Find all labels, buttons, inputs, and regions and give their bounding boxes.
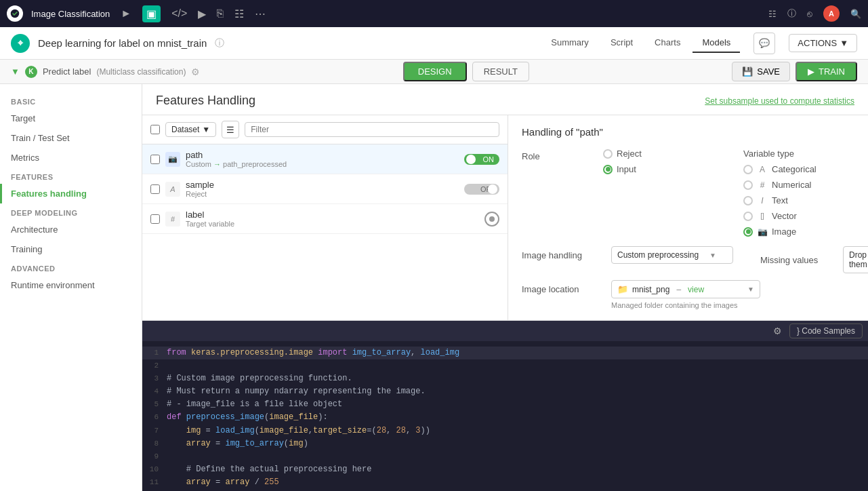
- print-icon[interactable]: ⎘: [217, 7, 224, 20]
- role-radio-group: Reject Input: [603, 149, 642, 174]
- avatar[interactable]: A: [823, 5, 840, 22]
- top-bar-nav: ► ▣ </> ▶ ⎘ ☷ ⋯: [121, 5, 266, 22]
- code-line-6: 6 def preprocess_image(image_file):: [142, 411, 868, 424]
- play-icon: ▶: [808, 66, 814, 77]
- code-samples-label: } Code Samples: [797, 326, 855, 336]
- features-title: Features Handling: [156, 94, 255, 108]
- filter-icon-button[interactable]: ☰: [222, 121, 239, 138]
- play-icon[interactable]: ▶: [198, 7, 206, 20]
- filter-input[interactable]: [245, 122, 499, 137]
- chat-button[interactable]: 💬: [753, 33, 775, 54]
- grid-icon[interactable]: ☷: [234, 7, 244, 20]
- text-icon: I: [757, 196, 768, 205]
- sidebar-item-training[interactable]: Training: [0, 239, 142, 259]
- dataset-label: Dataset: [171, 125, 199, 134]
- save-button[interactable]: 💾 SAVE: [732, 62, 790, 81]
- result-button[interactable]: RESULT: [472, 62, 529, 81]
- line-num-1: 1: [142, 347, 167, 359]
- trending-icon[interactable]: ⎋: [807, 9, 812, 19]
- dataset-dropdown[interactable]: Dataset ▼: [165, 122, 216, 137]
- radio-reject[interactable]: Reject: [603, 149, 642, 159]
- view-link[interactable]: view: [688, 285, 704, 294]
- train-button[interactable]: ▶ TRAIN: [795, 62, 857, 81]
- second-bar: ⌖ Deep learning for label on mnist_train…: [0, 27, 868, 60]
- feature-row-path[interactable]: 📷 path Custom → path_preprocessed ON: [142, 144, 508, 174]
- code-samples-button[interactable]: } Code Samples: [789, 323, 863, 338]
- feature-name-path: path: [186, 150, 459, 160]
- missing-values-dropdown[interactable]: Drop rows (don't predict them ▼: [843, 246, 868, 273]
- help-icon[interactable]: ⓘ: [787, 7, 796, 20]
- feature-row-label[interactable]: # label Target variable: [142, 204, 508, 234]
- missing-values-row: Missing values Drop rows (don't predict …: [760, 246, 868, 273]
- project-logo: ⌖: [11, 34, 30, 53]
- line-num-5: 5: [142, 398, 167, 411]
- sidebar-item-features-handling[interactable]: Features handling: [0, 184, 142, 203]
- feature-toggle-sample[interactable]: OFF: [464, 184, 499, 195]
- location-chevron: ▼: [747, 286, 754, 293]
- vartype-vector[interactable]: [] Vector: [743, 211, 868, 221]
- tab-script[interactable]: Script: [601, 33, 642, 53]
- feature-name-label: label: [186, 210, 479, 220]
- vartype-section: Variable type A Categorical #: [743, 149, 868, 237]
- apps-icon[interactable]: ☷: [768, 9, 777, 19]
- line-num-6: 6: [142, 411, 167, 424]
- app-title: Image Classification: [31, 9, 110, 19]
- line-num-10: 10: [142, 463, 167, 476]
- select-all-checkbox[interactable]: [150, 125, 160, 134]
- sidebar-item-runtime[interactable]: Runtime environment: [0, 275, 142, 295]
- image-location-dropdown[interactable]: 📁 mnist_png – view ▼: [611, 280, 760, 298]
- more-icon[interactable]: ⋯: [255, 7, 266, 20]
- line-num-3: 3: [142, 372, 167, 385]
- home-icon[interactable]: ▣: [142, 5, 161, 22]
- tab-charts[interactable]: Charts: [645, 33, 690, 53]
- app-logo[interactable]: [7, 5, 23, 22]
- input-label: Input: [617, 164, 636, 174]
- path-type-icon: 📷: [165, 152, 180, 167]
- feature-row-sample[interactable]: A sample Reject OFF: [142, 174, 508, 204]
- image-handling-dropdown[interactable]: Custom preprocessing ▼: [611, 246, 733, 264]
- code-line-8: 8 array = img_to_array(img): [142, 437, 868, 450]
- tab-models[interactable]: Models: [693, 33, 740, 53]
- feature-desc-label: Target variable: [186, 220, 479, 228]
- vartype-image[interactable]: 📷 Image: [743, 227, 868, 237]
- code-icon[interactable]: </>: [171, 7, 187, 20]
- features-header: Features Handling Set subsample used to …: [142, 84, 868, 115]
- subsample-link[interactable]: Set subsample used to compute statistics: [705, 96, 854, 106]
- sidebar-section-deep-modeling: DEEP MODELING: [0, 203, 142, 220]
- role-section: Role Reject Input: [522, 149, 743, 237]
- sidebar-item-metrics[interactable]: Metrics: [0, 148, 142, 168]
- main-layout: BASIC Target Train / Test Set Metrics FE…: [0, 84, 868, 491]
- feature-toggle-path[interactable]: ON: [464, 154, 499, 165]
- search-icon[interactable]: 🔍: [850, 9, 861, 19]
- code-text-10: # Define the actual preprocessing here: [167, 463, 868, 476]
- sidebar-item-target[interactable]: Target: [0, 109, 142, 128]
- top-bar: Image Classification ► ▣ </> ▶ ⎘ ☷ ⋯ ☷ ⓘ…: [0, 0, 868, 27]
- feature-checkbox-sample[interactable]: [150, 184, 160, 194]
- sidebar-item-train-test[interactable]: Train / Test Set: [0, 128, 142, 148]
- vartype-numerical[interactable]: # Numerical: [743, 180, 868, 190]
- separator: –: [676, 285, 681, 294]
- radio-input[interactable]: Input: [603, 164, 642, 174]
- feature-checkbox-path[interactable]: [150, 155, 160, 164]
- code-settings-button[interactable]: ⚙: [771, 323, 784, 338]
- feature-checkbox-label[interactable]: [150, 214, 160, 224]
- vartype-categorical[interactable]: A Categorical: [743, 164, 868, 174]
- vartype-text[interactable]: I Text: [743, 195, 868, 205]
- features-list-section: Dataset ▼ ☰ 📷 path Custom: [142, 115, 868, 320]
- vartype-group: A Categorical # Numerical: [743, 164, 868, 237]
- image-handling-label: Image handling: [522, 250, 603, 260]
- k-settings-icon[interactable]: ⚙: [191, 66, 200, 77]
- sidebar-item-architecture[interactable]: Architecture: [0, 220, 142, 239]
- k-collapse-icon[interactable]: ▼: [11, 66, 20, 77]
- info-icon[interactable]: ⓘ: [215, 37, 224, 50]
- features-list: Dataset ▼ ☰ 📷 path Custom: [142, 115, 508, 320]
- actions-button[interactable]: ACTIONS ▼: [789, 34, 857, 52]
- feature-desc-sample: Reject: [186, 190, 459, 198]
- categorical-icon: A: [757, 165, 768, 174]
- tab-summary[interactable]: Summary: [541, 33, 598, 53]
- breadcrumb-arrow-icon[interactable]: ►: [121, 7, 131, 20]
- code-line-9: 9: [142, 450, 868, 463]
- code-text-7: img = load_img(image_file,target_size=(2…: [167, 425, 868, 437]
- design-button[interactable]: DESIGN: [403, 62, 467, 81]
- code-area[interactable]: 1 from keras.preprocessing.image import …: [142, 341, 868, 491]
